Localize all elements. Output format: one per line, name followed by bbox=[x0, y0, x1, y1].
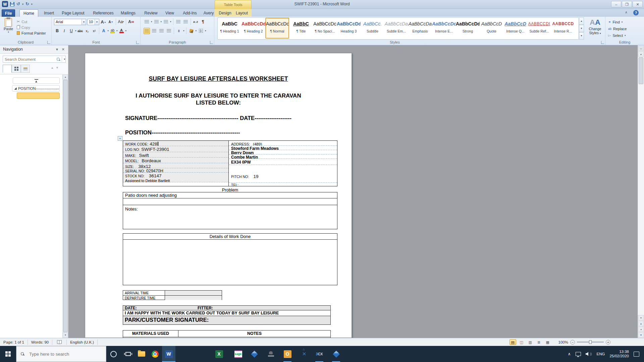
scroll-down-icon[interactable]: ▼ bbox=[638, 315, 644, 320]
clipboard-dialog-launcher[interactable] bbox=[47, 41, 50, 44]
signoff-table[interactable]: DATE: FITTER: I AM HAPPY WITH THE WORK C… bbox=[123, 305, 331, 325]
style-strong[interactable]: AaBbCcDdStrong bbox=[456, 18, 480, 39]
style-title[interactable]: AaBbC¶ Title bbox=[289, 18, 313, 39]
next-page-icon[interactable]: ▼ bbox=[638, 332, 644, 338]
nav-scroll-up-icon[interactable]: ▲ bbox=[63, 74, 68, 79]
navigation-scrollbar[interactable]: ▲ ▼ bbox=[62, 74, 68, 338]
taskbar-chrome-button[interactable] bbox=[148, 346, 162, 362]
style-subtle-reference[interactable]: AABBCCDISubtle Ref... bbox=[527, 18, 551, 39]
navigation-options-icon[interactable]: ▼ bbox=[55, 45, 59, 54]
departure-time-cell[interactable] bbox=[165, 296, 222, 300]
browse-pages-tab[interactable] bbox=[12, 65, 21, 73]
tab-mailings[interactable]: Mailings bbox=[118, 9, 138, 17]
print-layout-view-button[interactable]: ▤ bbox=[509, 339, 516, 345]
taskbar-cortana-button[interactable] bbox=[107, 346, 120, 362]
tab-insert[interactable]: Insert bbox=[41, 9, 57, 17]
page-count-status[interactable]: Page: 1 of 1 bbox=[0, 340, 28, 345]
taskbar-file-explorer-button[interactable] bbox=[135, 346, 148, 362]
materials-table[interactable]: MATERIALS USED NOTES bbox=[123, 330, 331, 338]
zoom-out-icon[interactable]: − bbox=[570, 340, 575, 345]
font-color-button[interactable]: A bbox=[118, 28, 125, 34]
style-normal[interactable]: AaBbCcDc¶ Normal bbox=[265, 18, 289, 39]
navigation-search-input[interactable] bbox=[3, 57, 56, 61]
subscript-button[interactable]: x₂ bbox=[84, 28, 91, 34]
italic-button[interactable]: I bbox=[61, 28, 67, 34]
nav-heading-current[interactable] bbox=[17, 93, 60, 99]
browse-results-tab[interactable] bbox=[21, 65, 30, 73]
nav-heading-position[interactable]: POSITION----------------------... bbox=[12, 85, 60, 92]
navigation-close-icon[interactable]: ✕ bbox=[62, 45, 65, 54]
styles-more-icon[interactable]: ▼ bbox=[579, 32, 584, 40]
select-browse-object-icon[interactable]: ● bbox=[638, 326, 644, 332]
scroll-up-icon[interactable]: ▲ bbox=[638, 51, 644, 57]
strikethrough-button[interactable]: abc bbox=[77, 28, 84, 34]
problem-text[interactable]: Patio doors need adjusting bbox=[123, 192, 337, 198]
bold-button[interactable]: B bbox=[54, 28, 60, 34]
shrink-font-button[interactable]: A▼ bbox=[108, 19, 114, 25]
caravan-info-table[interactable]: WORK CODE: 428 LOG NO: SWIFT-23901 MAKE:… bbox=[123, 140, 337, 186]
styles-scroll-down-icon[interactable]: ▼ bbox=[579, 25, 584, 32]
style-intense-emphasis[interactable]: AaBbCcDcIntense E... bbox=[432, 18, 456, 39]
tab-home[interactable]: Home bbox=[19, 9, 38, 17]
decrease-indent-icon[interactable] bbox=[175, 19, 181, 25]
increase-indent-icon[interactable] bbox=[182, 19, 189, 25]
text-effects-button[interactable]: A bbox=[101, 28, 107, 34]
find-button[interactable]: ⚭Find▾ bbox=[608, 19, 627, 25]
bullet-list-icon[interactable] bbox=[144, 19, 150, 25]
align-right-button[interactable] bbox=[158, 28, 165, 34]
format-painter-button[interactable]: Format Painter bbox=[17, 30, 46, 36]
tray-show-hidden-icon[interactable]: ∧ bbox=[568, 352, 571, 356]
zoom-slider-thumb[interactable] bbox=[589, 340, 592, 344]
superscript-button[interactable]: x² bbox=[91, 28, 98, 34]
volume-icon[interactable]: )) bbox=[586, 352, 592, 356]
jump-to-beginning-item[interactable] bbox=[13, 77, 60, 84]
style-emphasis[interactable]: AaBbCcDaEmphasis bbox=[408, 18, 432, 39]
tab-page-layout[interactable]: Page Layout bbox=[59, 9, 87, 17]
full-screen-reading-view-button[interactable]: ◫ bbox=[518, 339, 525, 345]
font-family-combo[interactable]: Arial▼ bbox=[54, 19, 86, 25]
table-move-handle-icon[interactable]: + bbox=[118, 136, 122, 141]
taskbar-word-button[interactable]: W bbox=[162, 346, 175, 362]
previous-page-icon[interactable]: ▲ bbox=[638, 321, 644, 326]
document-scrollbar[interactable]: ▭ ▲ ▼ ▲ ● ▼ bbox=[638, 45, 644, 338]
language-status[interactable]: English (U.K.) bbox=[67, 340, 98, 345]
style-heading-3[interactable]: AaBbCcDdHeading 3 bbox=[337, 18, 361, 39]
underline-button[interactable]: U bbox=[68, 28, 74, 34]
taskbar-sage-button[interactable]: sage bbox=[231, 346, 245, 362]
network-icon[interactable] bbox=[576, 352, 581, 356]
search-dropdown-icon[interactable]: ▼ bbox=[62, 57, 67, 62]
show-paragraph-marks-icon[interactable]: ¶ bbox=[200, 19, 206, 25]
action-center-icon[interactable] bbox=[634, 352, 639, 357]
zoom-slider[interactable] bbox=[577, 342, 604, 343]
nav-scroll-down-icon[interactable]: ▼ bbox=[63, 333, 68, 338]
document-page[interactable]: SURF BAY LEISURE AFTERSALES WORKSHEET I … bbox=[85, 53, 352, 338]
change-case-button[interactable]: Aa▾ bbox=[118, 19, 124, 25]
highlight-color-button[interactable]: ab bbox=[109, 28, 116, 34]
notes-cell[interactable]: Notes: bbox=[123, 205, 337, 212]
taskbar-virtualbox-button[interactable] bbox=[248, 346, 261, 362]
paragraph-dialog-launcher[interactable] bbox=[210, 41, 213, 44]
tab-review[interactable]: Review bbox=[142, 9, 160, 17]
details-of-work-table[interactable]: Details of Work Done bbox=[123, 233, 337, 285]
outline-view-button[interactable]: ≣ bbox=[536, 339, 542, 345]
borders-icon[interactable] bbox=[198, 28, 204, 34]
tab-file[interactable]: File bbox=[2, 9, 15, 17]
tab-references[interactable]: References bbox=[91, 9, 115, 17]
taskbar-people-app-button[interactable]: ✕ bbox=[298, 346, 311, 362]
taskbar-outlook-button[interactable]: O bbox=[281, 346, 294, 362]
select-button[interactable]: ▻Select▾ bbox=[608, 33, 627, 38]
tab-view[interactable]: View bbox=[162, 9, 177, 17]
taskbar-search-box[interactable] bbox=[16, 346, 106, 362]
style-intense-reference[interactable]: AABBCCDIntense R... bbox=[551, 18, 575, 39]
font-size-combo[interactable]: 10▼ bbox=[87, 19, 99, 25]
restore-button[interactable]: ❐ bbox=[622, 1, 632, 7]
justify-button[interactable] bbox=[166, 28, 172, 34]
tab-avery[interactable]: Avery bbox=[201, 9, 216, 17]
paste-dropdown-icon[interactable]: ▾ bbox=[2, 31, 15, 34]
collapse-triangle-icon[interactable] bbox=[14, 87, 17, 89]
line-spacing-icon[interactable]: ⇕ bbox=[176, 28, 182, 34]
multilevel-list-icon[interactable] bbox=[163, 19, 169, 25]
style-heading-1[interactable]: AaBbC¶ Heading 1 bbox=[218, 18, 241, 39]
style-subtle-emphasis[interactable]: AaBbCcDaSubtle Em... bbox=[384, 18, 408, 39]
styles-dialog-launcher[interactable] bbox=[601, 41, 604, 44]
